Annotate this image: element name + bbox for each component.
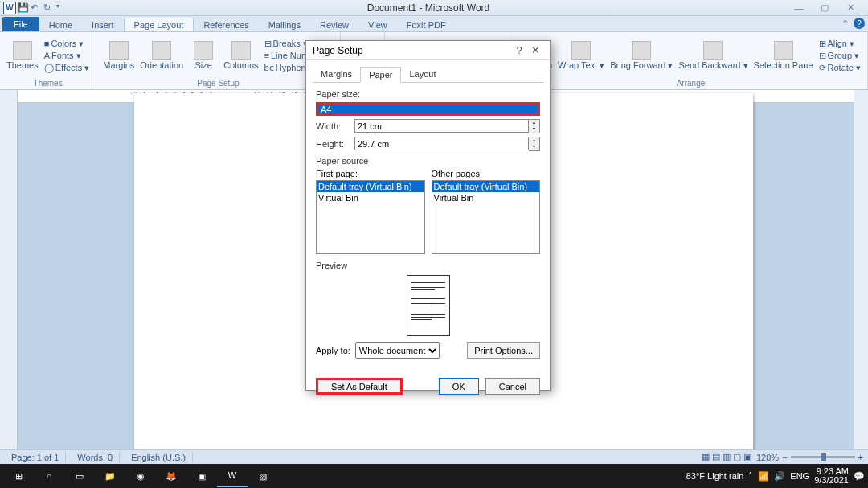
page-setup-group-label: Page Setup [101,79,334,88]
fonts-label: Fonts ▾ [51,51,81,61]
forward-label: Bring Forward ▾ [610,60,673,71]
columns-button[interactable]: Columns [222,39,260,72]
height-spinner[interactable]: ▴▾ [354,137,540,151]
ribbon-expand-icon[interactable]: ⌃ [841,18,849,29]
width-spinner[interactable]: ▴▾ [354,119,540,133]
zoom-slider[interactable] [791,456,855,458]
orientation-button[interactable]: Orientation [138,39,185,72]
word-taskbar-icon[interactable]: W [217,465,248,487]
list-item[interactable]: Default tray (Virtual Bin) [317,181,424,192]
paper-size-select[interactable]: A4 [316,102,540,116]
dialog-tabs: Margins Paper Layout [313,67,543,83]
tab-page-layout[interactable]: Page Layout [124,18,194,31]
dialog-tab-margins[interactable]: Margins [313,67,360,82]
effects-button[interactable]: ◯Effects ▾ [43,63,91,73]
app-icon[interactable]: ▣ [186,465,217,487]
height-down-icon[interactable]: ▾ [529,144,539,150]
preview-page-icon [407,275,450,336]
tab-file[interactable]: File [2,17,39,31]
tab-mailings[interactable]: Mailings [259,18,310,31]
dialog-help-button[interactable]: ? [511,44,527,56]
zoom-in-icon[interactable]: + [858,453,863,462]
preview-section: Preview [316,260,540,336]
vertical-scrollbar[interactable] [854,90,868,449]
width-down-icon[interactable]: ▾ [529,126,539,133]
dialog-tab-paper[interactable]: Paper [360,67,401,83]
margins-button[interactable]: Margins [101,39,136,72]
undo-icon[interactable]: ↶ [31,2,42,14]
system-tray[interactable]: 83°F Light rain ˄ 📶 🔊 ENG 9:23 AM9/3/202… [686,467,865,485]
word-icon[interactable]: W [3,2,16,14]
list-item[interactable]: Virtual Bin [432,192,540,203]
cancel-button[interactable]: Cancel [485,378,540,395]
set-as-default-button[interactable]: Set As Default [316,378,403,395]
zoom-control[interactable]: 120% − + [756,453,863,462]
tab-references[interactable]: References [194,18,258,31]
quick-access-toolbar: W 💾 ↶ ↻ ▾ [3,2,68,14]
close-button[interactable]: ✕ [841,2,860,14]
task-view-button[interactable]: ▭ [64,465,95,487]
tab-view[interactable]: View [358,18,397,31]
tray-chevron-icon[interactable]: ˄ [748,471,753,482]
save-icon[interactable]: 💾 [18,2,29,14]
status-words[interactable]: Words: 0 [71,453,120,462]
align-button[interactable]: ⊞Align ▾ [817,39,862,49]
dialog-header[interactable]: Page Setup ? ✕ [306,41,550,60]
ribbon-tabs: File Home Insert Page Layout References … [0,16,868,32]
help-button[interactable]: ? [854,18,865,29]
search-button[interactable]: ○ [34,465,64,487]
file-explorer-icon[interactable]: 📁 [95,465,125,487]
zoom-out-icon[interactable]: − [782,453,787,462]
app-icon-2[interactable]: ▧ [248,465,278,487]
minimize-button[interactable]: — [789,2,809,14]
weather-widget[interactable]: 83°F Light rain [686,471,744,481]
apply-to-select[interactable]: Whole document [355,342,440,359]
height-input[interactable] [354,137,529,150]
size-button[interactable]: Size [187,39,219,72]
view-buttons[interactable]: ▦ ▤ ▥ ▢ ▣ [702,452,751,462]
vertical-ruler[interactable] [0,90,18,449]
dialog-body: Paper size: A4 Width: ▴▾ Height: ▴▾ Pape… [306,83,550,365]
selection-pane-button[interactable]: Selection Pane [752,39,815,72]
dialog-close-button[interactable]: ✕ [527,44,543,56]
group-button[interactable]: ⊡Group ▾ [817,51,862,61]
fonts-button[interactable]: AFonts ▾ [43,51,91,61]
redo-icon[interactable]: ↻ [43,2,55,14]
tab-foxit[interactable]: Foxit PDF [397,18,456,31]
notifications-icon[interactable]: 💬 [854,471,865,482]
list-item[interactable]: Default tray (Virtual Bin) [432,181,540,192]
themes-button[interactable]: Themes [5,39,40,72]
clock[interactable]: 9:23 AM9/3/2021 [814,467,849,485]
tab-review[interactable]: Review [310,18,358,31]
rotate-button[interactable]: ⟳Rotate ▾ [817,63,862,73]
dialog-title: Page Setup [313,45,511,56]
bring-forward-button[interactable]: Bring Forward ▾ [608,39,674,72]
width-up-icon[interactable]: ▴ [529,120,539,126]
print-options-button[interactable]: Print Options... [467,342,540,359]
wrap-text-button[interactable]: Wrap Text ▾ [556,39,606,72]
ok-button[interactable]: OK [439,378,479,395]
colors-button[interactable]: ■Colors ▾ [43,39,91,49]
chrome-icon[interactable]: ◉ [125,465,156,487]
tab-home[interactable]: Home [39,18,82,31]
tab-insert[interactable]: Insert [82,18,124,31]
other-pages-listbox[interactable]: Default tray (Virtual Bin) Virtual Bin [432,180,541,254]
network-icon[interactable]: 📶 [758,471,769,482]
volume-icon[interactable]: 🔊 [774,471,785,482]
list-item[interactable]: Virtual Bin [317,192,424,203]
send-backward-button[interactable]: Send Backward ▾ [677,39,749,72]
dialog-tab-layout[interactable]: Layout [401,67,444,82]
status-language[interactable]: English (U.S.) [125,453,193,462]
firefox-icon[interactable]: 🦊 [156,465,186,487]
maximize-button[interactable]: ▢ [815,2,834,14]
width-input[interactable] [354,119,529,133]
height-up-icon[interactable]: ▴ [529,137,539,144]
first-page-listbox[interactable]: Default tray (Virtual Bin) Virtual Bin [316,180,425,254]
align-label: Align ▾ [828,39,855,49]
status-page[interactable]: Page: 1 of 1 [5,453,66,462]
start-button[interactable]: ⊞ [3,465,34,487]
effects-label: Effects ▾ [55,63,89,73]
group-page-setup: Margins Orientation Size Columns ⊟Breaks… [96,32,340,89]
qat-dropdown-icon[interactable]: ▾ [56,2,68,14]
language-indicator[interactable]: ENG [790,471,809,481]
